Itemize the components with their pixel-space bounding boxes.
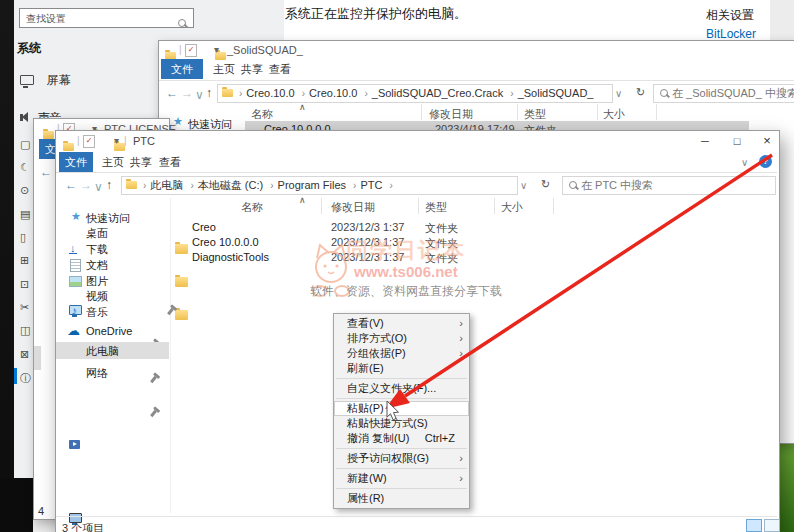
menu-item-label: 粘贴快捷方式(S) <box>347 417 428 429</box>
context-menu-item-properties[interactable]: 属性(R) <box>334 491 469 506</box>
breadcrumb-item[interactable]: Creo.10.0 <box>309 87 357 99</box>
column-header-date[interactable]: 修改日期 <box>331 200 375 215</box>
focus-assist-icon[interactable]: ☾ <box>20 161 30 174</box>
column-header-name[interactable]: 名称 <box>251 107 273 122</box>
about-icon[interactable]: ⓘ <box>20 371 31 386</box>
sidebar-quick-access[interactable]: 快速访问 <box>86 211 130 226</box>
context-menu-item-undo-copy[interactable]: 撤消 复制(U) Ctrl+Z <box>334 431 469 446</box>
sidebar-item-videos[interactable]: 视频 <box>56 275 779 293</box>
ribbon-tab-share[interactable]: 共享 <box>130 152 152 172</box>
context-menu-item-customize-folder[interactable]: 自定义文件夹(F)... <box>334 381 469 396</box>
refresh-icon[interactable]: ↻ <box>541 178 550 191</box>
submenu-arrow-icon: › <box>459 451 463 466</box>
multitasking-icon[interactable]: ⊞ <box>20 254 29 267</box>
file-name[interactable]: Creo 10.0.0.0 <box>192 236 259 248</box>
back-button[interactable]: ← <box>65 178 77 192</box>
up-button[interactable]: ↑ <box>106 178 112 192</box>
sidebar-item-pictures[interactable]: 图片 <box>56 257 779 275</box>
ribbon-tab-home[interactable]: 主页 <box>213 59 235 79</box>
qat-dropdown-icon[interactable]: ▾ <box>114 135 119 146</box>
file-name[interactable]: Creo <box>192 221 216 233</box>
breadcrumb-item[interactable]: 本地磁盘 (C:) <box>198 179 263 191</box>
remote-desktop-icon[interactable]: ⊠ <box>20 348 29 361</box>
tablet-icon[interactable]: ▯ <box>20 231 26 244</box>
address-bar[interactable]: ›此电脑 ›本地磁盘 (C:) ›Program Files ›PTC › <box>121 176 518 195</box>
context-menu-item-group-by[interactable]: 分组依据(P) › <box>334 346 469 361</box>
search-placeholder: 在 _SolidSQUAD_ 中搜索 <box>672 87 794 99</box>
column-header-size[interactable]: 大小 <box>501 200 523 215</box>
breadcrumb-item[interactable]: Program Files <box>278 179 346 191</box>
column-header-date[interactable]: 修改日期 <box>429 107 473 122</box>
settings-nav-display[interactable]: 屏幕 <box>20 70 70 89</box>
projecting-icon[interactable]: ⊡ <box>20 278 29 291</box>
crumb-separator-icon: › <box>360 88 371 99</box>
forward-button[interactable]: → <box>181 86 193 100</box>
file-name[interactable]: DiagnosticTools <box>192 251 269 263</box>
ribbon-tab-view[interactable]: 查看 <box>159 152 181 172</box>
column-header-type[interactable]: 类型 <box>425 200 447 215</box>
folder-icon <box>175 310 188 320</box>
breadcrumb-item[interactable]: _SolidSQUAD_ <box>518 87 594 99</box>
ribbon-tab-home[interactable]: 主页 <box>102 152 124 172</box>
storage-icon[interactable]: ▤ <box>20 208 30 221</box>
display-icon <box>20 75 34 85</box>
thumbnail-view-button[interactable] <box>764 519 780 532</box>
context-menu-item-new[interactable]: 新建(W) › <box>334 471 469 486</box>
ribbon-expand-icon[interactable]: ∨ <box>741 157 748 168</box>
breadcrumb-item[interactable]: Creo.10.0 <box>246 87 294 99</box>
recent-locations-dropdown[interactable]: ∨ <box>94 180 103 194</box>
address-bar[interactable]: ›Creo.10.0 ›Creo.10.0 ›_SolidSQUAD_Creo.… <box>217 84 613 103</box>
qat-dropdown-icon[interactable]: ▾ <box>214 44 219 55</box>
sidebar-item-documents[interactable]: 文档 <box>56 239 779 257</box>
recent-locations-dropdown[interactable]: ∨ <box>195 88 204 102</box>
context-menu-item-paste-shortcut[interactable]: 粘贴快捷方式(S) <box>334 416 469 431</box>
crumb-separator-icon: › <box>298 88 309 99</box>
search-box[interactable]: 在 PTC 中搜索 <box>562 176 776 195</box>
forward-button[interactable]: → <box>80 178 92 192</box>
search-box[interactable]: 在 _SolidSQUAD_ 中搜索 <box>653 84 794 103</box>
minimize-button[interactable]: ─ <box>692 131 718 151</box>
ribbon-tab-view[interactable]: 查看 <box>269 59 291 79</box>
context-menu-item-refresh[interactable]: 刷新(E) <box>334 361 469 376</box>
context-menu-item-sort-by[interactable]: 排序方式(O) › <box>334 331 469 346</box>
menu-item-label: 排序方式(O) <box>347 332 407 344</box>
ribbon-tab-file[interactable]: 文件 <box>161 59 203 79</box>
context-menu-item-view[interactable]: 查看(V) › <box>334 316 469 331</box>
up-button[interactable]: ↑ <box>206 86 212 100</box>
notifications-icon[interactable]: ▢ <box>20 138 30 151</box>
breadcrumb-item[interactable]: 此电脑 <box>150 179 183 191</box>
scrollbar-thumb[interactable] <box>34 346 41 370</box>
context-menu-item-give-access[interactable]: 授予访问权限(G) › <box>334 451 469 466</box>
status-item-count: 3 个项目 <box>62 521 104 532</box>
address-dropdown-icon[interactable]: ∨ <box>615 88 622 99</box>
breadcrumb-item[interactable]: PTC <box>360 179 382 191</box>
clipboard-icon[interactable]: ◫ <box>20 324 30 337</box>
breadcrumb-item[interactable]: _SolidSQUAD_Creo.Crack <box>372 87 503 99</box>
crumb-separator-icon: › <box>139 180 150 191</box>
properties-icon[interactable]: ✓ <box>185 44 197 57</box>
desktop-left-strip <box>0 0 14 532</box>
back-button[interactable]: ← <box>40 165 52 179</box>
refresh-icon[interactable]: ↻ <box>636 86 645 99</box>
column-header-size[interactable]: 大小 <box>603 107 625 122</box>
back-button[interactable]: ← <box>166 86 178 100</box>
details-view-button[interactable] <box>746 519 762 532</box>
column-header-name[interactable]: 名称 <box>241 200 263 215</box>
ribbon-tab-file[interactable]: 文件 <box>59 152 93 172</box>
ribbon-tab-share[interactable]: 共享 <box>241 59 263 79</box>
power-sleep-icon[interactable]: ⊙ <box>20 184 29 197</box>
properties-icon[interactable]: ✓ <box>83 135 95 148</box>
shared-experiences-icon[interactable]: ✂ <box>20 301 29 314</box>
pin-icon <box>150 376 157 383</box>
sidebar-item-downloads[interactable]: ↓ 下载 <box>56 221 779 239</box>
close-button[interactable]: × <box>754 131 780 151</box>
help-icon[interactable]: ? <box>759 155 772 168</box>
address-dropdown-icon[interactable]: ∨ <box>520 180 527 191</box>
onedrive-cloud-icon: ☁ <box>67 323 80 338</box>
column-header-type[interactable]: 类型 <box>524 107 546 122</box>
context-menu-item-paste[interactable]: 粘贴(P) <box>334 401 469 416</box>
related-settings-title: 相关设置 <box>706 7 754 24</box>
settings-search-input[interactable]: 查找设置 <box>19 8 194 28</box>
maximize-button[interactable]: □ <box>724 131 750 151</box>
sidebar-item-this-pc[interactable]: 此电脑 <box>56 293 779 311</box>
